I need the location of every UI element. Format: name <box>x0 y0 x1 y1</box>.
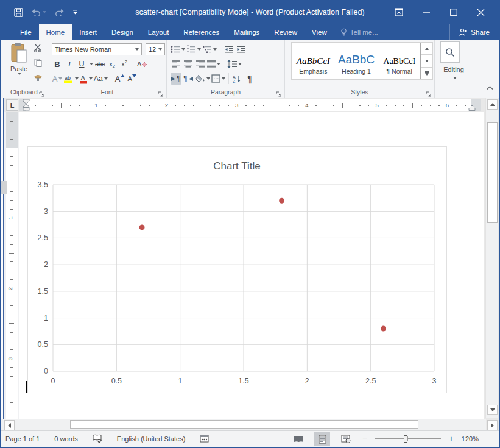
tell-me-box[interactable]: Tell me... <box>334 24 384 40</box>
style-normal[interactable]: AaBbCcI ¶ Normal <box>378 43 421 79</box>
right-to-left-button[interactable]: ¶ <box>183 73 194 85</box>
paste-button[interactable]: Paste <box>5 43 32 87</box>
paste-icon <box>10 43 28 63</box>
word-count[interactable]: 0 words <box>54 435 78 443</box>
format-painter-icon[interactable] <box>33 73 43 84</box>
bold-button[interactable]: B <box>52 58 63 70</box>
tab-mailings[interactable]: Mailings <box>227 24 267 40</box>
left-to-right-button[interactable]: ¶ <box>171 73 181 85</box>
bullets-button[interactable] <box>171 43 185 55</box>
align-left-button[interactable] <box>171 58 181 70</box>
zoom-out-button[interactable]: − <box>362 434 367 444</box>
cut-icon[interactable] <box>33 44 43 55</box>
tab-view[interactable]: View <box>305 24 334 40</box>
clipboard-dialog-launcher-icon[interactable] <box>39 89 45 95</box>
vertical-scrollbar[interactable] <box>485 98 498 418</box>
scroll-left-icon[interactable] <box>4 420 15 430</box>
text-effects-button[interactable]: A <box>52 73 63 85</box>
vertical-ruler[interactable]: 123 <box>6 112 18 419</box>
tab-home[interactable]: Home <box>39 24 72 40</box>
proofing-icon[interactable] <box>93 434 102 444</box>
scatter-chart[interactable]: 00.511.522.533.500.511.522.53Chart Title <box>27 146 447 393</box>
print-layout-button[interactable] <box>314 432 330 446</box>
horizontal-scrollbar[interactable] <box>1 419 486 430</box>
zoom-slider-thumb[interactable] <box>404 435 407 443</box>
underline-caret[interactable] <box>90 63 93 65</box>
strikethrough-button[interactable]: abc <box>94 58 105 70</box>
tab-layout[interactable]: Layout <box>141 24 177 40</box>
scroll-right-icon[interactable] <box>487 420 498 430</box>
zoom-level[interactable]: 120% <box>462 435 479 443</box>
font-size-combo[interactable]: 12 <box>146 43 165 55</box>
clear-formatting-button[interactable]: A <box>136 58 147 70</box>
tab-review[interactable]: Review <box>267 24 305 40</box>
subscript-button[interactable]: x2 <box>107 58 118 70</box>
vertical-scroll-thumb[interactable] <box>487 122 498 223</box>
change-case-button[interactable]: Aa <box>94 73 108 85</box>
close-icon[interactable] <box>467 0 495 24</box>
tab-references[interactable]: References <box>176 24 227 40</box>
font-group-label: Font <box>48 88 166 96</box>
italic-button[interactable]: I <box>64 58 75 70</box>
font-color-button[interactable]: A <box>80 73 93 85</box>
scroll-down-icon[interactable] <box>487 405 498 415</box>
styles-more-button[interactable] <box>421 68 432 79</box>
sort-button[interactable]: AZ <box>232 73 243 85</box>
zoom-slider[interactable] <box>375 432 441 446</box>
undo-icon[interactable] <box>31 8 46 16</box>
horizontal-ruler[interactable]: 123456 <box>19 99 481 111</box>
superscript-button[interactable]: x2 <box>119 58 130 70</box>
decrease-indent-button[interactable] <box>224 43 234 55</box>
tab-file[interactable]: File <box>13 24 39 40</box>
shrink-font-button[interactable]: A <box>127 73 138 85</box>
underline-button[interactable]: U <box>76 58 87 70</box>
font-dialog-launcher-icon[interactable] <box>158 89 164 95</box>
read-mode-button[interactable] <box>290 432 306 446</box>
customize-qat-icon[interactable] <box>72 9 78 15</box>
align-right-button[interactable] <box>195 58 206 70</box>
grow-font-button[interactable]: A <box>114 73 125 85</box>
tab-selector[interactable]: L <box>6 99 18 111</box>
document-page[interactable]: 00.511.522.533.500.511.522.53Chart Title <box>19 112 484 419</box>
horizontal-scroll-thumb[interactable] <box>70 420 418 429</box>
share-button[interactable]: Share <box>449 24 499 40</box>
side-handle[interactable] <box>1 181 7 194</box>
find-button[interactable] <box>440 41 460 63</box>
zoom-in-button[interactable]: + <box>449 434 454 444</box>
style-emphasis[interactable]: AaBbCcI Emphasis <box>292 43 335 79</box>
redo-icon[interactable] <box>54 8 65 16</box>
numbering-button[interactable] <box>186 43 201 55</box>
align-center-button[interactable] <box>183 58 194 70</box>
increase-indent-button[interactable] <box>236 43 247 55</box>
collapse-ribbon-icon[interactable] <box>487 82 493 93</box>
styles-dialog-launcher-icon[interactable] <box>426 89 432 95</box>
style-heading-1[interactable]: AaBbC Heading 1 <box>335 43 378 79</box>
multilevel-list-button[interactable] <box>202 43 217 55</box>
minimize-icon[interactable] <box>412 0 440 24</box>
borders-button[interactable] <box>211 73 225 85</box>
right-indent-marker-icon[interactable] <box>468 104 476 111</box>
copy-icon[interactable] <box>33 59 43 69</box>
show-paragraph-marks-button[interactable]: ¶ <box>244 73 255 85</box>
styles-gallery: AaBbCcI Emphasis AaBbC Heading 1 AaBbCcI… <box>291 42 433 80</box>
editing-label: Editing <box>435 66 473 73</box>
font-name-combo[interactable]: Times New Roman <box>52 43 142 55</box>
line-spacing-button[interactable] <box>227 58 242 70</box>
styles-scroll-up[interactable] <box>421 43 432 55</box>
paragraph-dialog-launcher-icon[interactable] <box>276 89 282 95</box>
tab-design[interactable]: Design <box>104 24 141 40</box>
highlight-button[interactable]: ab <box>64 73 79 85</box>
justify-button[interactable] <box>207 58 220 70</box>
indent-markers-icon[interactable] <box>22 99 30 111</box>
tab-insert[interactable]: Insert <box>72 24 104 40</box>
scroll-up-icon[interactable] <box>487 99 498 110</box>
shading-button[interactable] <box>195 73 210 85</box>
maximize-icon[interactable] <box>440 0 467 24</box>
styles-scroll-down[interactable] <box>421 55 432 67</box>
web-layout-button[interactable] <box>338 432 354 446</box>
page-indicator[interactable]: Page 1 of 1 <box>5 435 40 443</box>
language-indicator[interactable]: English (United States) <box>117 435 186 443</box>
ribbon-display-options-icon[interactable] <box>385 0 412 24</box>
save-icon[interactable] <box>14 8 23 17</box>
macro-record-icon[interactable] <box>200 435 209 444</box>
